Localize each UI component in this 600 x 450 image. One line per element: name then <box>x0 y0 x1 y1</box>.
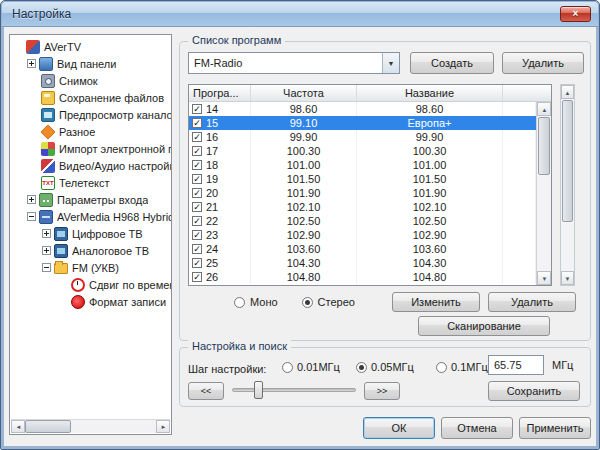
column-header-program[interactable]: Програ... <box>189 85 251 101</box>
tree-item[interactable]: Снимок <box>10 72 171 89</box>
program-checkbox[interactable]: ✓ <box>192 174 202 184</box>
tree-item[interactable]: Импорт электронной прог <box>10 140 171 157</box>
program-checkbox[interactable]: ✓ <box>192 216 202 226</box>
program-checkbox[interactable]: ✓ <box>192 258 202 268</box>
program-number: 18 <box>206 159 218 171</box>
table-vertical-scrollbar[interactable]: ▲ ▼ <box>536 102 551 285</box>
stereo-label: Стерео <box>318 296 355 308</box>
program-checkbox[interactable]: ✓ <box>192 244 202 254</box>
scrollbar-track[interactable] <box>25 420 156 433</box>
save-button[interactable]: Сохранить <box>488 381 580 401</box>
program-row[interactable]: ✓21102.10102.10 <box>189 200 536 214</box>
scroll-down-button[interactable]: ▼ <box>561 271 574 285</box>
scroll-up-button[interactable]: ▲ <box>561 85 574 99</box>
preset-dropdown[interactable]: FM-Radio ▼ <box>188 52 400 74</box>
program-number: 16 <box>206 131 218 143</box>
program-checkbox[interactable]: ✓ <box>192 202 202 212</box>
tree-item-label: Формат записи <box>89 296 166 308</box>
dropdown-button[interactable]: ▼ <box>382 53 399 73</box>
program-checkbox[interactable]: ✓ <box>192 188 202 198</box>
program-checkbox[interactable]: ✓ <box>192 272 202 282</box>
program-row[interactable]: ✓18101.00101.00 <box>189 158 536 172</box>
slider-track[interactable] <box>232 388 356 392</box>
program-row[interactable]: ✓23102.90102.90 <box>189 228 536 242</box>
scrollbar-thumb[interactable] <box>562 100 573 222</box>
tree-item[interactable]: Сохранение файлов <box>10 89 171 106</box>
tree-horizontal-scrollbar[interactable]: ◄ ► <box>11 419 170 433</box>
program-number: 25 <box>206 257 218 269</box>
scroll-right-button[interactable]: ► <box>156 420 170 433</box>
program-checkbox[interactable]: ✓ <box>192 146 202 156</box>
close-button[interactable]: × <box>560 6 591 22</box>
step-001-radio[interactable] <box>282 362 293 373</box>
step-forward-button[interactable]: >> <box>364 382 400 400</box>
scroll-down-button[interactable]: ▼ <box>537 271 551 285</box>
expand-icon[interactable] <box>27 195 36 204</box>
tree-item[interactable]: AVerTV <box>10 38 171 55</box>
program-checkbox[interactable]: ✓ <box>192 132 202 142</box>
settings-window: Настройка × AVerTVВид панелиСнимокСохран… <box>0 0 600 450</box>
tree-item[interactable]: Разное <box>10 123 171 140</box>
program-cell-blank <box>503 172 536 186</box>
tree-item[interactable]: Формат записи <box>10 293 171 310</box>
slider-thumb[interactable] <box>254 381 263 399</box>
tree-item[interactable]: Предпросмотр каналов <box>10 106 171 123</box>
scroll-left-button[interactable]: ◄ <box>11 420 25 433</box>
tree-item[interactable]: Сдвиг по времени <box>10 276 171 293</box>
program-row[interactable]: ✓22102.50102.50 <box>189 214 536 228</box>
program-checkbox[interactable]: ✓ <box>192 104 202 114</box>
program-row[interactable]: ✓25104.30104.30 <box>189 256 536 270</box>
program-cell-blank <box>503 228 536 242</box>
apply-button[interactable]: Применить <box>519 417 591 439</box>
tree-item[interactable]: Телетекст <box>10 174 171 191</box>
mono-radio[interactable] <box>234 297 245 308</box>
program-row[interactable]: ✓20101.90101.90 <box>189 186 536 200</box>
program-name: 101.00 <box>357 158 503 172</box>
program-row[interactable]: ✓1599.10Европа+ <box>189 116 536 130</box>
edit-program-button[interactable]: Изменить <box>392 292 480 312</box>
program-row[interactable]: ✓19101.50101.50 <box>189 172 536 186</box>
stereo-radio[interactable] <box>302 297 313 308</box>
tree-item-label: Вид панели <box>57 58 116 70</box>
frequency-slider[interactable] <box>232 381 356 399</box>
title-bar[interactable]: Настройка × <box>2 2 598 27</box>
program-checkbox[interactable]: ✓ <box>192 160 202 170</box>
tree-item[interactable]: AVerMedia H968 Hybrid Ana <box>10 208 171 225</box>
program-checkbox[interactable]: ✓ <box>192 230 202 240</box>
program-row[interactable]: ✓1699.9099.90 <box>189 130 536 144</box>
program-checkbox[interactable]: ✓ <box>192 118 202 128</box>
frequency-input[interactable] <box>488 355 544 375</box>
collapse-icon[interactable] <box>42 263 51 272</box>
tree-item[interactable]: FM (УКВ) <box>10 259 171 276</box>
step-back-button[interactable]: << <box>188 382 224 400</box>
expand-icon[interactable] <box>27 59 36 68</box>
cancel-button[interactable]: Отмена <box>441 417 513 439</box>
delete-program-button[interactable]: Удалить <box>488 292 576 312</box>
program-row[interactable]: ✓24103.60103.60 <box>189 242 536 256</box>
tree-item[interactable]: Параметры входа <box>10 191 171 208</box>
expand-icon[interactable] <box>42 229 51 238</box>
column-header-frequency[interactable]: Частота <box>251 85 357 101</box>
expand-icon[interactable] <box>42 246 51 255</box>
list-secondary-scrollbar[interactable]: ▲ ▼ <box>560 84 575 286</box>
create-preset-button[interactable]: Создать <box>410 52 494 74</box>
ok-button[interactable]: ОК <box>363 417 435 439</box>
program-row[interactable]: ✓26104.80104.80 <box>189 270 536 284</box>
delete-preset-button[interactable]: Удалить <box>502 52 584 74</box>
step-005-radio[interactable] <box>356 362 367 373</box>
scan-button[interactable]: Сканирование <box>418 316 550 336</box>
scrollbar-thumb[interactable] <box>538 117 550 175</box>
tree-item-label: Аналоговое ТВ <box>72 245 149 257</box>
column-header-name[interactable]: Название <box>357 85 503 101</box>
step-01-radio[interactable] <box>436 362 447 373</box>
program-row[interactable]: ✓1498.6098.60 <box>189 102 536 116</box>
tree-item[interactable]: Видео/Аудио настройки <box>10 157 171 174</box>
program-table: Програ... Частота Название ✓1498.6098.60… <box>188 84 552 286</box>
tree-item[interactable]: Аналоговое ТВ <box>10 242 171 259</box>
tree-item[interactable]: Цифровое ТВ <box>10 225 171 242</box>
tree-item[interactable]: Вид панели <box>10 55 171 72</box>
scrollbar-thumb[interactable] <box>25 420 71 433</box>
scroll-up-button[interactable]: ▲ <box>537 102 551 116</box>
program-row[interactable]: ✓17100.30100.30 <box>189 144 536 158</box>
collapse-icon[interactable] <box>27 212 36 221</box>
